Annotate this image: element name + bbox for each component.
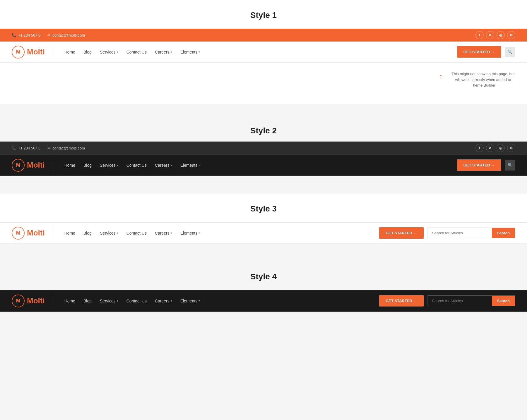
style2-nav-blog[interactable]: Blog <box>79 163 96 168</box>
style3-nav-elements[interactable]: Elements ▾ <box>176 231 204 235</box>
services-chevron4: ▾ <box>117 299 118 302</box>
style4-nav-actions: GET STARTED → Search <box>379 295 515 307</box>
style4-nav-careers[interactable]: Careers ▾ <box>151 299 176 303</box>
style4-nav-home[interactable]: Home <box>60 299 79 303</box>
style1-email[interactable]: ✉ contact@molti.com <box>47 33 85 37</box>
style3-logo[interactable]: M Molti <box>12 227 45 240</box>
style3-nav-divider <box>52 228 52 238</box>
facebook-icon2[interactable]: f <box>475 144 484 152</box>
style2-topbar: 📞 +1 234 567 8 ✉ contact@molti.com f ✕ ◎… <box>0 142 527 154</box>
email-icon2: ✉ <box>47 146 51 150</box>
style4-search-input[interactable] <box>427 296 492 306</box>
hint-arrow: ↑ <box>439 72 443 80</box>
style1-logo-text: Molti <box>27 47 45 56</box>
careers-chevron4: ▾ <box>171 299 172 302</box>
careers-chevron2: ▾ <box>171 163 172 167</box>
style2-nav-careers[interactable]: Careers ▾ <box>151 163 176 168</box>
style4-nav-links: Home Blog Services ▾ Contact Us Careers … <box>60 299 379 303</box>
careers-chevron: ▾ <box>171 50 172 54</box>
style1-cta-button[interactable]: GET STARTED → <box>457 46 501 58</box>
style2-nav-contact[interactable]: Contact Us <box>122 163 151 168</box>
style1-logo[interactable]: M Molti <box>12 46 45 58</box>
style4-nav-wrapper: M Molti Home Blog Services ▾ Contact Us … <box>0 290 527 312</box>
style3-title-wrapper: Style 3 <box>0 194 527 222</box>
style2-logo-icon: M <box>12 159 25 172</box>
style2-socials: f ✕ ◎ ⊕ <box>475 144 515 152</box>
style2-nav-elements[interactable]: Elements ▾ <box>176 163 204 168</box>
twitter-icon2[interactable]: ✕ <box>486 144 494 152</box>
style4-logo-text: Molti <box>27 296 45 305</box>
style1-nav-wrapper: M Molti Home Blog Services ▾ Contact Us … <box>0 42 527 63</box>
style3-cta-button[interactable]: GET STARTED → <box>379 227 423 239</box>
style3-nav-careers[interactable]: Careers ▾ <box>151 231 176 235</box>
style2-topbar-left: 📞 +1 234 567 8 ✉ contact@molti.com <box>12 146 85 150</box>
spacer2 <box>0 176 527 194</box>
style3-search-input[interactable] <box>427 228 492 238</box>
style2-title-wrapper: Style 2 <box>0 116 527 141</box>
dribbble-icon[interactable]: ⊕ <box>507 31 515 39</box>
style1-search-toggle[interactable]: 🔍 <box>505 47 515 57</box>
style4-search-button[interactable]: Search <box>492 296 515 306</box>
style2-search-toggle[interactable]: 🔍 <box>505 160 515 171</box>
instagram-icon[interactable]: ◎ <box>497 31 505 39</box>
dribbble-icon2[interactable]: ⊕ <box>507 144 515 152</box>
style4-nav-divider <box>52 296 52 306</box>
twitter-icon[interactable]: ✕ <box>486 31 494 39</box>
style3-nav-links: Home Blog Services ▾ Contact Us Careers … <box>60 231 379 235</box>
style4-nav-contact[interactable]: Contact Us <box>122 299 151 303</box>
services-chevron3: ▾ <box>117 231 118 235</box>
style3-nav-blog[interactable]: Blog <box>79 231 96 235</box>
style2-nav-wrapper: M Molti Home Blog Services ▾ Contact Us … <box>0 154 527 176</box>
style1-label: Style 1 <box>250 11 277 20</box>
style4-logo[interactable]: M Molti <box>12 295 45 307</box>
style3-search-bar: Search <box>427 228 515 238</box>
style2-label: Style 2 <box>250 126 277 135</box>
style3-nav: M Molti Home Blog Services ▾ Contact Us … <box>0 223 527 244</box>
style3-nav-home[interactable]: Home <box>60 231 79 235</box>
hint-text: This might not show on this page, but wi… <box>451 71 515 88</box>
style3-nav-services[interactable]: Services ▾ <box>96 231 122 235</box>
style4-label: Style 4 <box>250 272 277 281</box>
style2-nav: M Molti Home Blog Services ▾ Contact Us … <box>0 155 527 176</box>
style3-nav-wrapper: M Molti Home Blog Services ▾ Contact Us … <box>0 223 527 244</box>
style2-cta-button[interactable]: GET STARTED → <box>457 159 501 171</box>
style1-nav-contact[interactable]: Contact Us <box>122 50 151 54</box>
style2-email[interactable]: ✉ contact@molti.com <box>47 146 85 150</box>
style1-nav-blog[interactable]: Blog <box>79 50 96 54</box>
services-chevron: ▾ <box>117 50 118 54</box>
style2-nav-home[interactable]: Home <box>60 163 79 168</box>
style1-topbar: 📞 +1 234 567 8 ✉ contact@molti.com f ✕ ◎… <box>0 29 527 42</box>
style1-nav-careers[interactable]: Careers ▾ <box>151 50 176 54</box>
style2-phone[interactable]: 📞 +1 234 567 8 <box>12 146 40 150</box>
style1-title: Style 1 <box>0 0 527 29</box>
style2-nav-divider <box>52 160 52 171</box>
style1-logo-icon: M <box>12 46 25 58</box>
style3-nav-actions: GET STARTED → Search <box>379 227 515 239</box>
style4-cta-button[interactable]: GET STARTED → <box>379 295 423 307</box>
style4-nav-blog[interactable]: Blog <box>79 299 96 303</box>
elements-chevron: ▾ <box>199 50 200 54</box>
style1-topbar-left: 📞 +1 234 567 8 ✉ contact@molti.com <box>12 33 85 37</box>
style4-nav-services[interactable]: Services ▾ <box>96 299 122 303</box>
style1-nav: M Molti Home Blog Services ▾ Contact Us … <box>0 42 527 63</box>
bottom-spacer <box>0 312 527 335</box>
style2-nav-services[interactable]: Services ▾ <box>96 163 122 168</box>
facebook-icon[interactable]: f <box>475 31 484 39</box>
style3-search-button[interactable]: Search <box>492 228 515 238</box>
style2-section: 📞 +1 234 567 8 ✉ contact@molti.com f ✕ ◎… <box>0 142 527 176</box>
style2-nav-links: Home Blog Services ▾ Contact Us Careers … <box>60 163 457 168</box>
style1-nav-home[interactable]: Home <box>60 50 79 54</box>
style1-nav-services[interactable]: Services ▾ <box>96 50 122 54</box>
style1-nav-actions: GET STARTED → 🔍 <box>457 46 515 58</box>
style2-logo[interactable]: M Molti <box>12 159 45 172</box>
style4-nav-elements[interactable]: Elements ▾ <box>176 299 204 303</box>
spacer3 <box>0 244 527 261</box>
style4-logo-icon: M <box>12 295 25 307</box>
instagram-icon2[interactable]: ◎ <box>497 144 505 152</box>
style1-phone[interactable]: 📞 +1 234 567 8 <box>12 33 40 37</box>
style1-nav-links: Home Blog Services ▾ Contact Us Careers … <box>60 50 457 54</box>
style3-label: Style 3 <box>250 204 277 213</box>
style1-nav-elements[interactable]: Elements ▾ <box>176 50 204 54</box>
style3-nav-contact[interactable]: Contact Us <box>122 231 151 235</box>
style1-socials: f ✕ ◎ ⊕ <box>475 31 515 39</box>
